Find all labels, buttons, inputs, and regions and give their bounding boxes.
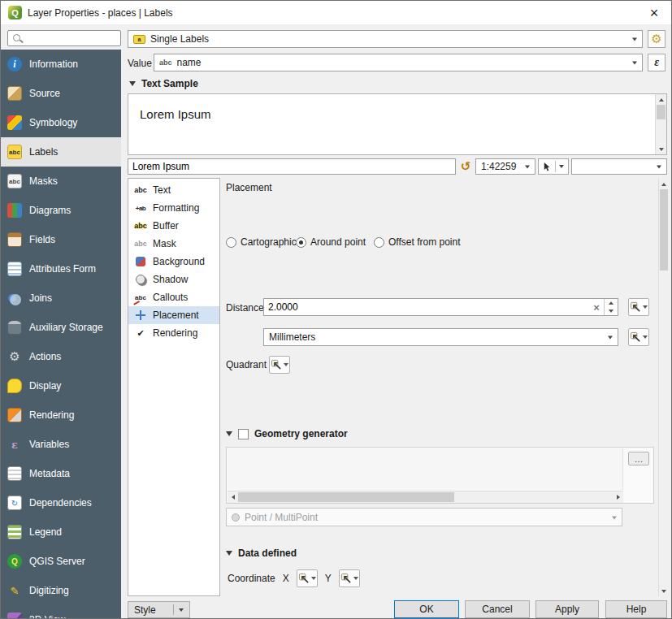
- tab-text[interactable]: Text: [128, 181, 219, 199]
- data-defined-icon: [630, 331, 641, 343]
- spinner[interactable]: [604, 299, 618, 315]
- units-data-defined-button[interactable]: [628, 328, 649, 346]
- distance-input[interactable]: [264, 301, 589, 313]
- radio-cartographic[interactable]: Cartographic: [226, 236, 297, 249]
- background-tab-icon: [132, 255, 150, 268]
- sidebar-item-source[interactable]: Source: [1, 79, 121, 108]
- search-box[interactable]: [7, 30, 121, 46]
- clear-icon[interactable]: [589, 301, 604, 314]
- mask-tab-icon: [132, 237, 150, 250]
- sidebar-item-dependencies[interactable]: Dependencies: [1, 488, 121, 517]
- geometry-expression-area[interactable]: [228, 448, 623, 490]
- tab-shadow[interactable]: Shadow: [128, 271, 219, 288]
- sidebar-item-joins[interactable]: Joins: [1, 284, 121, 313]
- help-button[interactable]: Help: [605, 600, 667, 618]
- apply-button[interactable]: Apply: [535, 600, 599, 618]
- sample-text-input[interactable]: [128, 158, 456, 175]
- sidebar-item-label: Masks: [29, 175, 58, 187]
- sidebar-item-display[interactable]: Display: [1, 371, 121, 400]
- sidebar-item-actions[interactable]: Actions: [1, 342, 121, 371]
- sidebar-item-variables[interactable]: Variables: [1, 430, 121, 459]
- sidebar-item-information[interactable]: Information: [1, 50, 121, 79]
- tab-label: Formatting: [153, 202, 199, 214]
- sidebar-item-auxiliary-storage[interactable]: Auxiliary Storage: [1, 313, 121, 342]
- distance-data-defined-button[interactable]: [628, 298, 649, 316]
- sidebar-item-fields[interactable]: Fields: [1, 225, 121, 254]
- quadrant-data-defined-button[interactable]: [269, 356, 290, 374]
- automated-placement-settings-button[interactable]: [648, 30, 665, 48]
- expression-more-button[interactable]: …: [628, 452, 649, 465]
- value-label: Value: [128, 58, 152, 69]
- scroll-up-icon[interactable]: [656, 94, 666, 105]
- geometry-hscrollbar[interactable]: [228, 491, 623, 503]
- sidebar-item-labels[interactable]: Labels: [1, 137, 121, 167]
- coordinate-y-data-defined-button[interactable]: [339, 569, 360, 587]
- reset-sample-icon[interactable]: [457, 158, 474, 175]
- sidebar-item-rendering[interactable]: Rendering: [1, 400, 121, 430]
- tab-rendering[interactable]: Rendering: [128, 324, 219, 342]
- geometry-type-select[interactable]: Point / MultiPoint: [226, 508, 622, 526]
- chevron-down-icon: [643, 335, 648, 339]
- preview-scale-select[interactable]: 1:42259: [475, 158, 535, 175]
- expression-builder-button[interactable]: ε: [648, 54, 665, 71]
- scroll-left-icon[interactable]: [228, 491, 238, 503]
- metadata-icon: [7, 466, 22, 481]
- scrollbar-thumb[interactable]: [238, 492, 454, 502]
- tab-formatting[interactable]: Formatting: [128, 199, 219, 217]
- geometry-generator-panel: …: [226, 447, 654, 504]
- sidebar-item-qgis-server[interactable]: QGIS Server: [1, 547, 121, 576]
- radio-around-point[interactable]: Around point: [296, 236, 366, 249]
- scroll-down-icon[interactable]: [659, 586, 669, 596]
- scrollbar-thumb[interactable]: [657, 105, 665, 119]
- radio-offset-from-point[interactable]: Offset from point: [374, 236, 460, 249]
- sidebar-item-diagrams[interactable]: Diagrams: [1, 196, 121, 225]
- style-menu-button[interactable]: Style: [128, 601, 190, 618]
- sidebar-item-3d-view[interactable]: 3D View: [1, 605, 121, 619]
- value-field-select[interactable]: name: [154, 54, 643, 71]
- font-preview-select[interactable]: [571, 158, 667, 175]
- sidebar-item-attributes-form[interactable]: Attributes Form: [1, 254, 121, 284]
- sidebar-item-legend[interactable]: Legend: [1, 517, 121, 547]
- ok-button[interactable]: OK: [394, 600, 459, 618]
- cancel-button[interactable]: Cancel: [465, 600, 530, 618]
- scroll-right-icon[interactable]: [613, 491, 623, 503]
- tab-placement[interactable]: Placement: [128, 306, 219, 324]
- spin-down-icon[interactable]: [605, 307, 618, 315]
- distance-units-select[interactable]: Millimeters: [263, 328, 618, 346]
- tab-mask[interactable]: Mask: [128, 235, 219, 253]
- label-method-select[interactable]: Single Labels: [128, 30, 643, 48]
- sidebar-item-symbology[interactable]: Symbology: [1, 108, 121, 137]
- scrollbar-thumb[interactable]: [660, 189, 668, 271]
- sidebar-item-masks[interactable]: Masks: [1, 167, 121, 196]
- distance-spinbox[interactable]: [263, 298, 618, 316]
- auxiliary-storage-icon: [7, 320, 22, 335]
- collapse-triangle-icon: [226, 551, 232, 556]
- placement-scrollbar[interactable]: [658, 179, 669, 596]
- radio-icon: [374, 237, 384, 248]
- tab-label: Placement: [153, 310, 199, 321]
- preview-scrollbar[interactable]: [655, 94, 666, 154]
- tab-callouts[interactable]: Callouts: [128, 288, 219, 306]
- tab-buffer[interactable]: Buffer: [128, 217, 219, 235]
- sidebar-item-metadata[interactable]: Metadata: [1, 459, 121, 488]
- close-icon[interactable]: [644, 6, 664, 20]
- coordinate-x-data-defined-button[interactable]: [297, 569, 318, 587]
- search-input[interactable]: [24, 32, 119, 45]
- map-scale-tool-button[interactable]: [538, 158, 569, 175]
- text-sample-header[interactable]: Text Sample: [129, 78, 198, 89]
- radio-label: Cartographic: [241, 236, 297, 248]
- scroll-down-icon[interactable]: [656, 144, 666, 154]
- sidebar-item-label: Symbology: [29, 117, 77, 128]
- coordinate-row: Coordinate X Y: [228, 569, 360, 587]
- labels-icon: [7, 145, 22, 159]
- geometry-generator-checkbox[interactable]: [238, 429, 249, 439]
- geometry-generator-header[interactable]: Geometry generator: [226, 428, 348, 439]
- data-defined-header[interactable]: Data defined: [226, 548, 297, 559]
- preview-scale-value: 1:42259: [481, 161, 516, 172]
- data-defined-icon: [630, 301, 641, 313]
- sidebar-item-digitizing[interactable]: Digitizing: [1, 576, 121, 605]
- source-icon: [7, 86, 22, 101]
- spin-up-icon[interactable]: [605, 299, 618, 307]
- tab-background[interactable]: Background: [128, 253, 219, 271]
- scroll-up-icon[interactable]: [659, 179, 669, 189]
